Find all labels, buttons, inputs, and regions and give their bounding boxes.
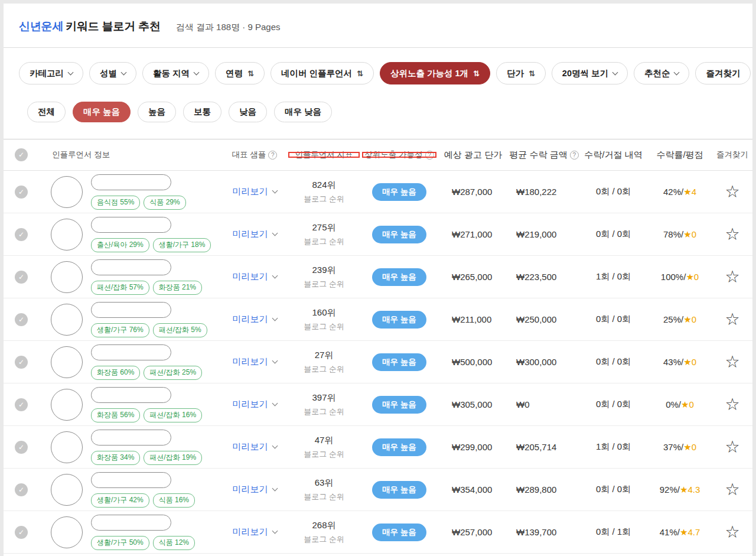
- sort-icon: ⇅: [247, 70, 254, 77]
- preview-button[interactable]: 미리보기: [233, 399, 277, 410]
- influencer-name-pill[interactable]: [91, 472, 171, 488]
- filter-button[interactable]: 상위노출 가능성 1개 ⇅: [380, 62, 490, 84]
- exposure-badge: 매우 높음: [372, 524, 426, 541]
- influencer-info: 화장품 56%패션/잡화 16%: [91, 387, 202, 422]
- chevron-down-icon: [68, 69, 74, 75]
- table-header: ✓ 인플루언서 정보 대표 샘플 ? 인플루언서 지표 상위노출 가능성 ? 예…: [4, 139, 752, 171]
- blog-rank-label: 블로그 순위: [304, 236, 344, 247]
- row-select-checkbox[interactable]: ✓: [15, 356, 28, 369]
- row-select-checkbox[interactable]: ✓: [15, 441, 28, 454]
- favorite-star-button[interactable]: ☆: [725, 396, 739, 413]
- influencer-name-pill[interactable]: [91, 302, 171, 318]
- blog-rank-value: 275위: [312, 222, 335, 233]
- filter-button[interactable]: 단가 ⇅: [496, 62, 546, 84]
- avatar[interactable]: [51, 346, 83, 378]
- select-all-checkbox[interactable]: ✓: [15, 148, 28, 161]
- favorite-star-button[interactable]: ☆: [725, 439, 739, 456]
- preview-label: 미리보기: [233, 271, 268, 282]
- exposure-filter-chip[interactable]: 낮음: [229, 102, 267, 122]
- avg-accept-amount: ₩219,000: [509, 229, 579, 239]
- row-select-checkbox[interactable]: ✓: [15, 313, 28, 326]
- preview-label: 미리보기: [233, 314, 268, 325]
- preview-button[interactable]: 미리보기: [233, 271, 277, 282]
- exposure-badge: 매우 높음: [372, 353, 426, 371]
- filter-label: 네이버 인플루언서: [281, 68, 352, 79]
- avatar[interactable]: [51, 304, 83, 336]
- exposure-filter-chip[interactable]: 높음: [138, 102, 176, 122]
- blog-rank-label: 블로그 순위: [304, 279, 344, 290]
- favorite-star-button[interactable]: ☆: [725, 524, 739, 541]
- favorite-star-button[interactable]: ☆: [725, 226, 739, 243]
- table-row: ✓ 생활/가구 42%식품 16% 미리보기 63위 블로그 순위 매우 높음 …: [4, 469, 752, 511]
- category-tag: 식품 16%: [153, 493, 195, 508]
- favorite-star-button[interactable]: ☆: [725, 311, 739, 328]
- avatar[interactable]: [51, 516, 83, 548]
- exposure-filter-chip[interactable]: 매우 높음: [73, 102, 131, 122]
- exposure-filter-chip[interactable]: 보통: [183, 102, 221, 122]
- avatar[interactable]: [51, 219, 83, 251]
- check-icon: ✓: [18, 274, 24, 281]
- row-select-checkbox[interactable]: ✓: [15, 526, 28, 539]
- avatar[interactable]: [51, 431, 83, 463]
- influencer-name-pill[interactable]: [91, 387, 171, 403]
- row-select-checkbox[interactable]: ✓: [15, 483, 28, 496]
- header-history: 수락/거절 내역: [579, 149, 647, 161]
- avatar[interactable]: [51, 474, 83, 506]
- row-select-checkbox[interactable]: ✓: [15, 271, 28, 284]
- blog-rank-value: 47위: [315, 435, 334, 446]
- favorite-star-button[interactable]: ☆: [725, 269, 739, 285]
- preview-button[interactable]: 미리보기: [233, 484, 277, 495]
- accept-rate: 78%/: [663, 229, 683, 239]
- title-rest: 키워드 블로거 추천: [66, 20, 161, 32]
- star-filled-icon: ★: [681, 399, 689, 409]
- preview-button[interactable]: 미리보기: [233, 186, 277, 197]
- filter-button[interactable]: 네이버 인플루언서 ⇅: [271, 62, 374, 84]
- exposure-filter-chip[interactable]: 매우 낮음: [274, 102, 332, 122]
- expected-price: ₩287,000: [438, 187, 509, 197]
- preview-button[interactable]: 미리보기: [233, 526, 277, 538]
- filter-button[interactable]: 20명씩 보기: [552, 62, 628, 84]
- exposure-filter-chip[interactable]: 전체: [27, 102, 66, 122]
- avatar[interactable]: [51, 176, 83, 208]
- category-tag: 패션/잡화 57%: [91, 281, 149, 295]
- row-select-checkbox[interactable]: ✓: [15, 228, 28, 241]
- info-icon: ?: [425, 151, 434, 160]
- check-icon: ✓: [18, 401, 24, 408]
- influencer-name-pill[interactable]: [91, 344, 171, 360]
- table-row: ✓ 화장품 56%패션/잡화 16% 미리보기 397위 블로그 순위 매우 높…: [4, 383, 752, 426]
- favorite-star-button[interactable]: ☆: [725, 482, 739, 498]
- category-tag: 화장품 56%: [91, 408, 140, 422]
- filter-button[interactable]: 즐겨찾기: [695, 62, 751, 84]
- preview-button[interactable]: 미리보기: [233, 229, 277, 240]
- blog-rank-value: 160위: [312, 307, 335, 318]
- favorite-star-button[interactable]: ☆: [725, 354, 739, 370]
- avatar[interactable]: [51, 389, 83, 421]
- influencer-info: 생활/가구 50%식품 12%: [91, 515, 195, 550]
- filter-button[interactable]: 연령 ⇅: [215, 62, 265, 84]
- filter-button[interactable]: 활동 지역: [142, 62, 209, 84]
- filter-button[interactable]: 카테고리: [19, 62, 83, 84]
- filter-button[interactable]: 추천순: [634, 62, 690, 84]
- avg-accept-amount: ₩223,500: [509, 272, 579, 282]
- check-icon: ✓: [18, 151, 24, 158]
- rate-and-rating: 0%/★0: [647, 399, 712, 410]
- accept-reject-history: 0회 / 0회: [579, 229, 647, 240]
- preview-button[interactable]: 미리보기: [233, 441, 277, 453]
- header-rate-rating: 수락률/평점: [647, 149, 712, 161]
- chevron-down-icon: [121, 69, 127, 75]
- influencer-name-pill[interactable]: [91, 174, 171, 190]
- influencer-name-pill[interactable]: [91, 259, 171, 275]
- favorite-star-button[interactable]: ☆: [725, 184, 739, 200]
- filter-button[interactable]: 성별: [89, 62, 136, 84]
- preview-button[interactable]: 미리보기: [233, 356, 277, 368]
- influencer-name-pill[interactable]: [91, 217, 171, 233]
- influencer-name-pill[interactable]: [91, 430, 171, 446]
- row-select-checkbox[interactable]: ✓: [15, 398, 28, 411]
- rate-and-rating: 78%/★0: [647, 229, 712, 240]
- influencer-name-pill[interactable]: [91, 515, 171, 531]
- preview-button[interactable]: 미리보기: [233, 314, 277, 325]
- avatar[interactable]: [51, 261, 83, 293]
- rate-and-rating: 92%/★4.3: [647, 485, 712, 495]
- star-filled-icon: ★: [683, 442, 691, 452]
- row-select-checkbox[interactable]: ✓: [15, 186, 28, 199]
